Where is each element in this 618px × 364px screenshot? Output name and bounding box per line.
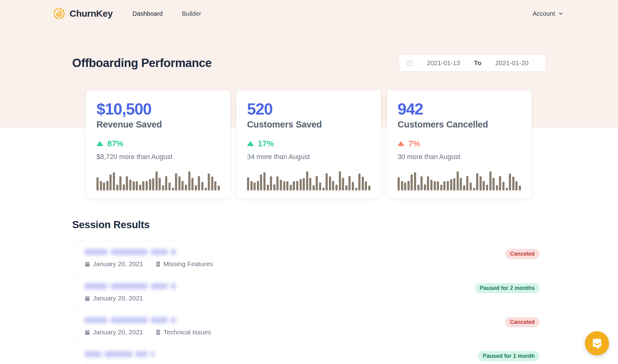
sparkline-bar <box>365 181 367 190</box>
sparkline-bar <box>322 188 325 190</box>
session-row[interactable]: January 20, 2021 Paused for 2 months <box>73 275 546 309</box>
sparkline-bar-chart <box>96 171 220 190</box>
sparkline-bar <box>106 181 109 190</box>
sparkline-bar <box>492 178 495 190</box>
sparkline-bar <box>96 177 99 190</box>
sparkline-bar <box>519 186 521 190</box>
date-start-input[interactable]: 2021-01-13 <box>413 59 474 67</box>
session-results-list: January 20, 2021 Missing Features Cancel… <box>72 241 546 364</box>
receipt-icon <box>156 329 161 335</box>
sparkline-bar <box>119 176 121 190</box>
brand-logo-link[interactable]: ChurnKey <box>53 7 113 20</box>
sparkline-bar <box>303 178 305 190</box>
date-end-input[interactable]: 2021-01-20 <box>481 59 542 67</box>
calendar-icon <box>84 295 90 301</box>
sparkline-bar <box>195 185 197 190</box>
sparkline-bar <box>420 176 423 190</box>
sparkline-bar <box>342 178 344 190</box>
session-link-redacted[interactable] <box>84 249 176 255</box>
sparkline-bar <box>398 177 400 190</box>
sparkline-bar <box>463 185 465 190</box>
session-reason: Missing Features <box>156 260 213 268</box>
sparkline-bar <box>489 171 492 190</box>
session-link-redacted[interactable] <box>84 283 176 289</box>
sparkline-bar <box>319 182 321 190</box>
account-menu-button[interactable]: Account <box>533 10 564 17</box>
session-row-meta: January 20, 2021 <box>84 295 539 302</box>
sparkline-bar <box>250 181 253 190</box>
session-date-text: January 20, 2021 <box>93 328 143 336</box>
sparkline-bar <box>156 171 158 190</box>
session-row[interactable]: January 20, 2021 Paused for 1 month <box>73 343 546 364</box>
session-date: January 20, 2021 <box>84 260 143 268</box>
session-link-redacted[interactable] <box>84 351 155 357</box>
sparkline-bar <box>129 180 131 190</box>
section-title-session-results: Session Results <box>72 219 546 231</box>
stat-comparison: $8,720 more than August <box>96 153 220 161</box>
stat-value: $10,500 <box>96 101 220 118</box>
sparkline-bar <box>437 181 439 190</box>
stat-value: 942 <box>398 101 521 118</box>
stat-cards-row: $10,500 Revenue Saved 87% $8,720 more th… <box>86 90 532 199</box>
sparkline-bar <box>430 180 433 190</box>
sparkline-bar <box>113 172 115 190</box>
sparkline-bar <box>335 185 338 190</box>
sparkline-bar <box>457 171 459 190</box>
stat-delta: 87% <box>96 139 220 149</box>
sparkline-bar <box>267 185 269 190</box>
main-nav: Dashboard Builder <box>132 10 201 17</box>
sparkline-bar <box>499 176 501 190</box>
sparkline-bar <box>280 180 282 190</box>
date-range-picker[interactable]: 2021-01-13 To 2021-01-20 <box>399 54 546 72</box>
calendar-icon <box>84 261 90 267</box>
nav-item-dashboard[interactable]: Dashboard <box>132 10 163 17</box>
sparkline-bar <box>175 173 177 190</box>
session-row[interactable]: January 20, 2021 Technical Issues Cancel… <box>73 309 546 343</box>
sparkline-bar <box>313 185 315 190</box>
status-badge: Paused for 2 months <box>475 283 539 293</box>
sparkline-bar <box>348 176 351 190</box>
sparkline-bar <box>515 181 518 190</box>
redacted-text-blob <box>111 283 148 289</box>
triangle-up-icon <box>247 141 254 146</box>
sparkline-bar <box>306 171 308 190</box>
sparkline-bar <box>502 182 505 190</box>
sparkline-bar <box>188 171 190 190</box>
sparkline-bar <box>427 176 429 190</box>
sparkline-bar <box>247 177 249 190</box>
sparkline-bar <box>326 173 328 190</box>
sparkline-bar <box>296 181 298 190</box>
session-date-text: January 20, 2021 <box>93 295 143 302</box>
sparkline-bar <box>401 181 403 190</box>
sparkline-bar <box>198 176 200 190</box>
sparkline-bar <box>126 176 128 190</box>
sparkline-bar <box>332 181 334 190</box>
chat-launcher-button[interactable] <box>585 331 609 355</box>
sparkline-bar <box>476 173 478 190</box>
sparkline-bar <box>214 181 216 190</box>
session-link-redacted[interactable] <box>84 317 176 323</box>
nav-item-builder[interactable]: Builder <box>182 10 201 17</box>
sparkline-bar <box>270 176 272 190</box>
session-reason-text: Technical Issues <box>164 328 211 336</box>
redacted-text-blob <box>104 351 132 357</box>
redacted-text-blob <box>84 317 108 323</box>
sparkline-bar <box>205 188 207 190</box>
calendar-icon <box>406 60 413 67</box>
redacted-text-blob <box>84 283 108 289</box>
top-navbar: ChurnKey Dashboard Builder Account <box>0 0 618 27</box>
session-row-meta: January 20, 2021 Technical Issues <box>84 328 539 336</box>
sparkline-bar <box>368 186 370 190</box>
session-date: January 20, 2021 <box>84 328 143 336</box>
session-date: January 20, 2021 <box>84 362 143 364</box>
redacted-text-blob <box>171 249 176 255</box>
stat-card: 520 Customers Saved 17% 34 more than Aug… <box>237 90 381 199</box>
sparkline-bar-chart <box>247 171 370 190</box>
sparkline-bar <box>290 185 292 190</box>
sparkline-bar <box>162 185 164 190</box>
session-row[interactable]: January 20, 2021 Missing Features Cancel… <box>73 241 546 275</box>
sparkline-bar <box>283 181 285 190</box>
receipt-icon <box>156 261 161 267</box>
calendar-icon <box>84 329 90 335</box>
sparkline-bar <box>181 181 184 190</box>
